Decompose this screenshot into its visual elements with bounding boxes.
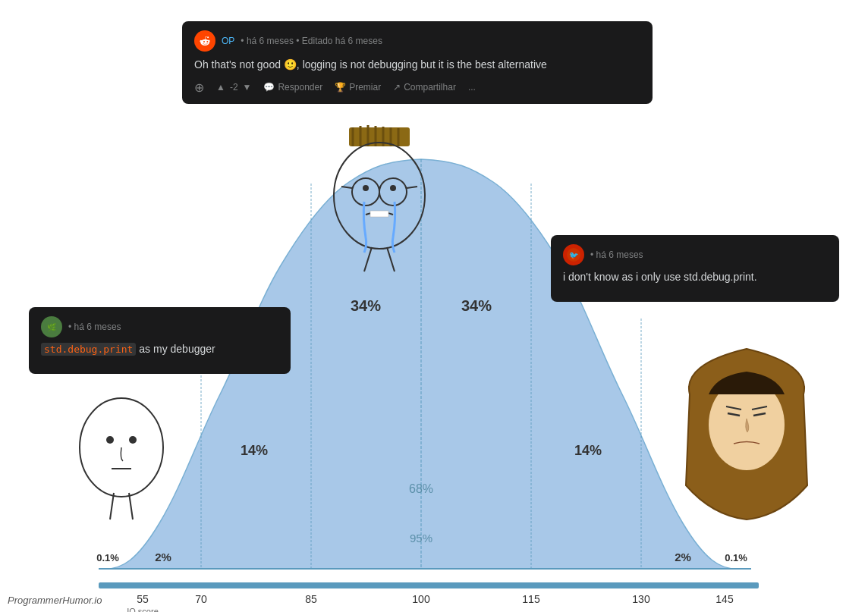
share-button[interactable]: ↗ Compartilhar bbox=[393, 82, 456, 93]
right-comment-text: i don't know as i only use std.debug.pri… bbox=[563, 270, 827, 285]
reply-icon: 💬 bbox=[263, 82, 275, 93]
svg-rect-7 bbox=[99, 582, 759, 588]
comment-meta: • há 6 meses • Editado há 6 meses bbox=[241, 36, 382, 46]
svg-text:0.1%: 0.1% bbox=[96, 552, 119, 563]
svg-text:34%: 34% bbox=[461, 297, 492, 314]
crying-character bbox=[303, 120, 455, 279]
svg-text:🌿: 🌿 bbox=[47, 322, 57, 332]
share-icon: ↗ bbox=[393, 82, 401, 93]
svg-text:55: 55 bbox=[137, 593, 149, 605]
footer: ProgrammerHumor.io bbox=[8, 595, 102, 606]
svg-text:14%: 14% bbox=[574, 443, 602, 458]
avatar bbox=[194, 30, 215, 52]
svg-text:70: 70 bbox=[195, 593, 207, 605]
svg-point-41 bbox=[390, 185, 396, 191]
left-comment-text: std.debug.print as my debugger bbox=[41, 342, 278, 357]
svg-text:145: 145 bbox=[715, 593, 734, 605]
vote-section: ▲ -2 ▼ bbox=[216, 82, 251, 93]
code-snippet: std.debug.print bbox=[41, 343, 136, 356]
comment-header: OP • há 6 meses • Editado há 6 meses bbox=[194, 30, 640, 52]
vote-count: -2 bbox=[230, 82, 238, 93]
comment-op-label: OP bbox=[222, 36, 234, 46]
award-button[interactable]: 🏆 Premiar bbox=[335, 82, 381, 93]
svg-text:0.1%: 0.1% bbox=[725, 552, 747, 563]
svg-rect-26 bbox=[349, 127, 410, 146]
reply-button[interactable]: 💬 Responder bbox=[263, 82, 322, 93]
svg-text:100: 100 bbox=[412, 593, 430, 605]
comment-text: Oh that's not good 🙂, logging is not deb… bbox=[194, 58, 640, 73]
normal-character bbox=[53, 379, 190, 531]
svg-text:68%: 68% bbox=[409, 482, 433, 495]
svg-text:IQ score: IQ score bbox=[127, 607, 159, 612]
svg-line-38 bbox=[341, 187, 352, 188]
avatar-bird: 🐦 bbox=[563, 244, 584, 265]
svg-text:14%: 14% bbox=[241, 443, 268, 458]
svg-point-40 bbox=[363, 185, 369, 191]
svg-point-35 bbox=[352, 178, 379, 206]
comment-actions: ⊕ ▲ -2 ▼ 💬 Responder 🏆 Premiar ↗ Compart… bbox=[194, 80, 640, 95]
right-comment-header: 🐦 • há 6 meses bbox=[563, 244, 827, 265]
svg-text:2%: 2% bbox=[675, 551, 691, 563]
downvote-icon[interactable]: ▼ bbox=[243, 82, 252, 93]
svg-point-46 bbox=[106, 436, 114, 444]
svg-text:2%: 2% bbox=[155, 551, 171, 563]
avatar-green: 🌿 bbox=[41, 316, 62, 337]
top-comment-box: OP • há 6 meses • Editado há 6 meses Oh … bbox=[182, 21, 653, 104]
award-icon: 🏆 bbox=[335, 82, 346, 93]
svg-text:🐦: 🐦 bbox=[569, 250, 579, 260]
svg-line-50 bbox=[129, 493, 133, 519]
left-comment-header: 🌿 • há 6 meses bbox=[41, 316, 278, 337]
chad-character bbox=[675, 334, 819, 523]
upvote-icon[interactable]: ▲ bbox=[216, 82, 225, 93]
svg-line-49 bbox=[110, 493, 114, 519]
svg-text:115: 115 bbox=[522, 593, 540, 605]
left-comment-box: 🌿 • há 6 meses std.debug.print as my deb… bbox=[29, 307, 291, 374]
svg-text:34%: 34% bbox=[351, 297, 381, 314]
left-comment-meta: • há 6 meses bbox=[68, 322, 121, 332]
add-icon[interactable]: ⊕ bbox=[194, 80, 204, 95]
svg-rect-42 bbox=[370, 211, 388, 217]
svg-text:130: 130 bbox=[632, 593, 650, 605]
svg-point-36 bbox=[379, 178, 407, 206]
right-comment-box: 🐦 • há 6 meses i don't know as i only us… bbox=[551, 235, 839, 302]
svg-point-47 bbox=[129, 436, 137, 444]
more-button[interactable]: ... bbox=[468, 82, 476, 93]
svg-text:95%: 95% bbox=[410, 532, 432, 545]
right-comment-meta: • há 6 meses bbox=[590, 250, 643, 260]
svg-line-39 bbox=[407, 187, 417, 188]
svg-text:85: 85 bbox=[305, 593, 317, 605]
